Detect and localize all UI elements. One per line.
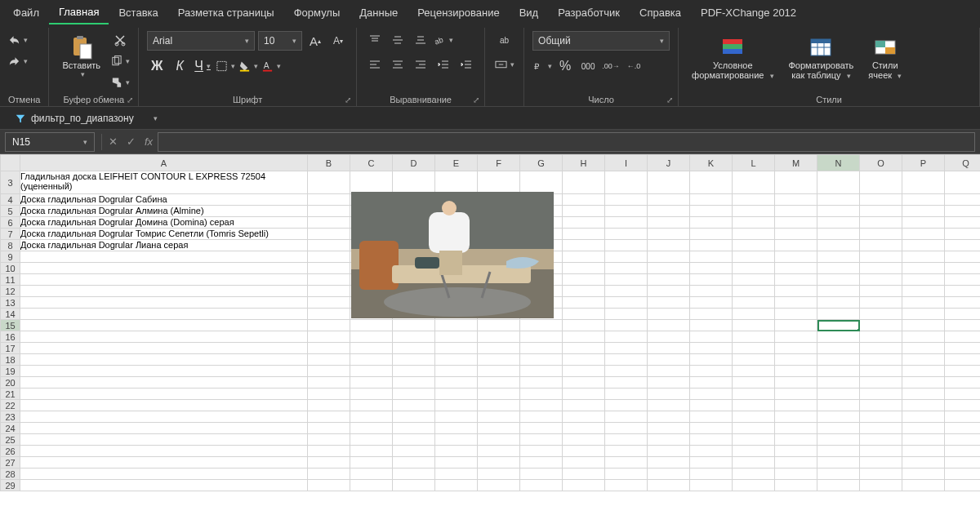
cell-I15[interactable]: [605, 320, 648, 331]
cell-P6[interactable]: [902, 217, 945, 229]
cell-M21[interactable]: [775, 389, 817, 400]
cell-I25[interactable]: [605, 434, 648, 446]
cell-B6[interactable]: [308, 217, 350, 229]
cell-N22[interactable]: [817, 400, 860, 411]
cell-H25[interactable]: [563, 434, 605, 446]
cell-A12[interactable]: [20, 286, 308, 297]
cell-F24[interactable]: [478, 423, 520, 434]
cell-H23[interactable]: [563, 411, 605, 423]
cell-Q26[interactable]: [945, 446, 981, 457]
cell-G23[interactable]: [520, 411, 563, 423]
cell-Q10[interactable]: [945, 263, 981, 274]
cell-J4[interactable]: [648, 194, 690, 206]
cell-P23[interactable]: [902, 411, 945, 423]
cell-P29[interactable]: [902, 480, 945, 491]
cell-F28[interactable]: [478, 468, 520, 480]
cell-O4[interactable]: [860, 194, 902, 206]
cell-P13[interactable]: [902, 297, 945, 309]
cell-N13[interactable]: [817, 297, 860, 309]
cell-F20[interactable]: [478, 377, 520, 389]
align-bottom-button[interactable]: [411, 31, 430, 49]
cell-Q9[interactable]: [945, 251, 981, 263]
cell-L27[interactable]: [733, 457, 775, 468]
cell-F25[interactable]: [478, 434, 520, 446]
cell-B16[interactable]: [308, 331, 350, 343]
cell-K26[interactable]: [690, 446, 733, 457]
cell-K22[interactable]: [690, 400, 733, 411]
cell-D23[interactable]: [393, 411, 435, 423]
cell-F17[interactable]: [478, 343, 520, 354]
row-header-12[interactable]: 12: [1, 286, 20, 297]
cell-C23[interactable]: [350, 411, 393, 423]
cell-L15[interactable]: [733, 320, 775, 331]
cell-J18[interactable]: [648, 354, 690, 366]
cell-N17[interactable]: [817, 343, 860, 354]
cell-M13[interactable]: [775, 297, 817, 309]
cell-O9[interactable]: [860, 251, 902, 263]
cell-I21[interactable]: [605, 389, 648, 400]
cell-K4[interactable]: [690, 194, 733, 206]
cell-K17[interactable]: [690, 343, 733, 354]
cell-L17[interactable]: [733, 343, 775, 354]
cell-Q22[interactable]: [945, 400, 981, 411]
font-launcher-icon[interactable]: ⤢: [345, 95, 351, 104]
cell-A9[interactable]: [20, 251, 308, 263]
row-header-4[interactable]: 4: [1, 194, 20, 206]
cell-K27[interactable]: [690, 457, 733, 468]
cell-E22[interactable]: [435, 400, 478, 411]
cell-Q5[interactable]: [945, 206, 981, 217]
cell-M4[interactable]: [775, 194, 817, 206]
row-header-18[interactable]: 18: [1, 354, 20, 366]
cell-A21[interactable]: [20, 389, 308, 400]
cell-I28[interactable]: [605, 468, 648, 480]
col-header-H[interactable]: H: [563, 155, 605, 171]
cell-I14[interactable]: [605, 309, 648, 320]
cell-M22[interactable]: [775, 400, 817, 411]
cell-P14[interactable]: [902, 309, 945, 320]
cell-I4[interactable]: [605, 194, 648, 206]
tab-home[interactable]: Главная: [49, 1, 109, 24]
cell-B26[interactable]: [308, 446, 350, 457]
cell-M27[interactable]: [775, 457, 817, 468]
cell-J26[interactable]: [648, 446, 690, 457]
cell-O20[interactable]: [860, 377, 902, 389]
cell-H22[interactable]: [563, 400, 605, 411]
cell-O8[interactable]: [860, 240, 902, 251]
cell-A11[interactable]: [20, 274, 308, 286]
cell-D29[interactable]: [393, 480, 435, 491]
cell-B29[interactable]: [308, 480, 350, 491]
cell-I10[interactable]: [605, 263, 648, 274]
cell-N18[interactable]: [817, 354, 860, 366]
cell-E16[interactable]: [435, 331, 478, 343]
cell-A6[interactable]: Доска гладильная Dogrular Домина (Domina…: [20, 217, 308, 229]
cell-I17[interactable]: [605, 343, 648, 354]
cell-Q20[interactable]: [945, 377, 981, 389]
cell-N5[interactable]: [817, 206, 860, 217]
cell-H17[interactable]: [563, 343, 605, 354]
orientation-button[interactable]: ab▾: [434, 31, 453, 49]
number-launcher-icon[interactable]: ⤢: [666, 95, 673, 104]
cell-N7[interactable]: [817, 229, 860, 240]
cell-K13[interactable]: [690, 297, 733, 309]
cell-H29[interactable]: [563, 480, 605, 491]
cell-I23[interactable]: [605, 411, 648, 423]
cell-F18[interactable]: [478, 354, 520, 366]
cell-K9[interactable]: [690, 251, 733, 263]
row-header-22[interactable]: 22: [1, 400, 20, 411]
cell-H4[interactable]: [563, 194, 605, 206]
cell-D24[interactable]: [393, 423, 435, 434]
cell-A18[interactable]: [20, 354, 308, 366]
cell-J5[interactable]: [648, 206, 690, 217]
cell-B13[interactable]: [308, 297, 350, 309]
cell-M7[interactable]: [775, 229, 817, 240]
decrease-decimal-button[interactable]: ←.0: [624, 57, 644, 75]
cell-L8[interactable]: [733, 240, 775, 251]
cell-D27[interactable]: [393, 457, 435, 468]
cell-L7[interactable]: [733, 229, 775, 240]
cell-O3[interactable]: [860, 171, 902, 194]
cell-O7[interactable]: [860, 229, 902, 240]
cell-L21[interactable]: [733, 389, 775, 400]
col-header-D[interactable]: D: [393, 155, 435, 171]
cell-H5[interactable]: [563, 206, 605, 217]
cell-D16[interactable]: [393, 331, 435, 343]
